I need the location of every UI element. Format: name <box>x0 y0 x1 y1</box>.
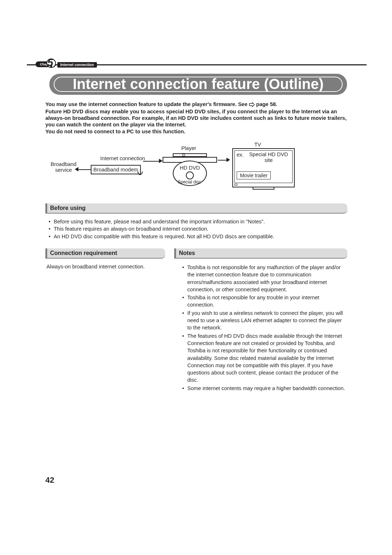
diagram-modem-box: Broadband modem <box>91 165 141 174</box>
notes-item-0: Toshiba is not responsible for any malfu… <box>187 264 340 292</box>
list-item: Some internet contents may require a hig… <box>182 385 347 392</box>
intro-paragraph: You may use the internet connection feat… <box>45 101 347 135</box>
list-item: This feature requires an always-on broad… <box>49 225 346 232</box>
notes-item-4: Some internet contents may require a hig… <box>187 385 345 391</box>
page-number: 42 <box>45 475 54 485</box>
diagram-movie-trailer-button: Movie trailer <box>237 171 271 179</box>
diagram-hddvd-label: HD DVD <box>173 165 207 171</box>
before-using-list: Before using this feature, please read a… <box>49 218 346 240</box>
intro-line3: You do not need to connect to a PC to us… <box>45 129 185 134</box>
list-item: The features of HD DVD discs made availa… <box>182 332 347 384</box>
before-using-heading: Before using <box>45 203 347 214</box>
notes-title: Notes <box>179 250 195 256</box>
intro-line1a: You may use the internet connection feat… <box>45 101 249 107</box>
modem-cable-icon <box>137 171 144 177</box>
before-using-item-2: An HD DVD disc compatible with this feat… <box>54 234 274 239</box>
connection-diagram: Broadband service Internet connection Br… <box>54 145 338 196</box>
before-using-item-1: This feature requires an always-on broad… <box>54 226 208 232</box>
diagram-player-label: Player <box>174 145 203 151</box>
notes-heading: Notes <box>174 248 347 259</box>
intro-line2: Future HD DVD discs may enable you to ac… <box>45 109 347 127</box>
list-item: If you wish to use a wireless network to… <box>182 309 347 332</box>
title-banner: Internet connection feature (Outline) <box>49 74 347 95</box>
chapter-number: 5 <box>47 56 53 69</box>
diagram-ex-label: ex. <box>237 152 244 158</box>
connection-requirement-heading: Connection requirement <box>45 248 165 259</box>
diagram-modem-label: Broadband modem <box>93 167 138 173</box>
diagram-internet-connection-label: Internet connection <box>94 155 152 161</box>
diagram-tv-label: TV <box>247 142 269 147</box>
notes-list: Toshiba is not responsible for any malfu… <box>182 264 347 393</box>
list-item: Toshiba is not responsible for any malfu… <box>182 264 347 293</box>
list-item: An HD DVD disc compatible with this feat… <box>49 233 346 240</box>
before-using-item-0: Before using this feature, please read a… <box>54 219 265 224</box>
intro-line1b: page 58. <box>256 101 277 107</box>
page-ref-arrow-icon <box>249 102 255 108</box>
list-item: Toshiba is not responsible for any troub… <box>182 294 347 309</box>
notes-item-2: If you wish to use a wireless network to… <box>187 310 343 331</box>
diagram-special-disc-label: Special disc <box>171 179 208 185</box>
diagram-movie-trailer-label: Movie trailer <box>240 173 268 178</box>
list-item: Before using this feature, please read a… <box>49 218 346 225</box>
diagram-special-site-label: Special HD DVD site <box>247 152 290 163</box>
connection-requirement-title: Connection requirement <box>50 250 117 256</box>
page: Chapter 5 Internet connection Internet c… <box>0 0 392 555</box>
connection-requirement-text: Always-on broadband internet connection. <box>46 264 170 270</box>
notes-item-1: Toshiba is not responsible for any troub… <box>187 295 319 308</box>
page-title: Internet connection feature (Outline) <box>49 76 347 92</box>
notes-item-3: The features of HD DVD discs made availa… <box>187 333 342 383</box>
chapter-title: Internet connection <box>57 62 97 68</box>
before-using-title: Before using <box>50 205 86 211</box>
